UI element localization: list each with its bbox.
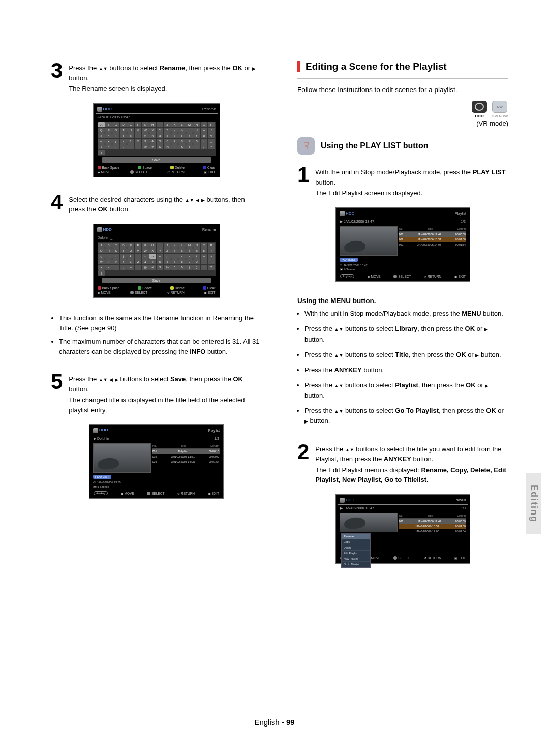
media-badges: HDD DVD-RW <box>297 101 508 118</box>
remote-button-icon: ☟ <box>297 137 315 155</box>
osd-edit-playlist: HDD Playlist ▶ JAN/02/2006 13:47 1/3 PLA… <box>336 207 470 282</box>
step-number: 3 <box>51 61 63 95</box>
left-arrow-icon <box>109 375 113 383</box>
hdd-icon <box>472 101 487 113</box>
step-3: 3 Press the buttons to select Rename, th… <box>51 61 262 95</box>
disk-icon <box>97 107 102 112</box>
osd-edit-playlist-menu: HDD Playlist ▶ JAN/02/2006 13:47 1/3 Ren… <box>336 494 470 564</box>
step-text: Select the desired characters using the … <box>69 193 262 216</box>
disk-icon <box>340 498 345 503</box>
step-5: 5 Press the buttons to select Save, then… <box>51 372 262 416</box>
menu-bullet-list: With the unit in Stop mode/Playback mode… <box>297 309 508 426</box>
step-number: 1 <box>297 165 309 199</box>
down-arrow-icon <box>103 375 108 383</box>
right-arrow-icon <box>201 196 205 203</box>
disk-icon <box>93 428 98 433</box>
right-arrow-icon <box>115 375 118 383</box>
section-heading: Editing a Scene for the Playlist <box>297 61 508 72</box>
playlist-thumbnail <box>340 226 398 256</box>
step-number: 5 <box>51 372 63 416</box>
step-number: 2 <box>297 442 309 486</box>
page-footer: English - 99 <box>0 718 549 727</box>
using-playlist-heading: ☟ Using the PLAY LIST button <box>297 137 508 155</box>
menu-subheading: Using the MENU button. <box>297 297 508 305</box>
playlist-thumbnail <box>340 513 398 532</box>
left-arrow-icon <box>196 196 199 203</box>
up-arrow-icon <box>185 196 190 203</box>
disk-icon <box>97 227 102 232</box>
note-list: This function is the same as the Rename … <box>51 313 262 357</box>
osd-rename-dolphin: HDD Rename Dolphin _ ABCDEFGHIJKLMNOPQRS… <box>93 224 220 298</box>
step-text: Press the buttons to select Save, then p… <box>69 372 262 416</box>
right-step-2: 2 Press the buttons to select the title … <box>297 442 508 486</box>
disk-icon <box>340 211 345 216</box>
up-arrow-icon <box>99 64 103 72</box>
right-step-1: 1 With the unit in Stop mode/Playback mo… <box>297 165 508 199</box>
section-intro: Follow these instructions to edit scenes… <box>297 86 508 94</box>
heading-accent <box>297 61 300 72</box>
osd-rename-a: HDD Rename JAN/ 01/ 2006 13:47 ABCDEFGHI… <box>93 103 220 177</box>
step-number: 4 <box>51 193 63 216</box>
dvd-rw-icon <box>492 101 507 113</box>
play-arrow-icon <box>252 64 256 72</box>
step-text: Press the buttons to select the title yo… <box>315 442 508 486</box>
context-menu: Rename Copy Delete Edit Playlist New Pla… <box>341 533 371 568</box>
osd-playlist-renamed: HDD Playlist ▶ Dolphin 1/3 PLAYLIST ⏱ JA… <box>89 424 224 499</box>
section-tab: Editing <box>526 473 541 534</box>
down-arrow-icon <box>103 64 108 72</box>
step-4: 4 Select the desired characters using th… <box>51 193 262 216</box>
vr-mode-label: (VR mode) <box>297 119 508 127</box>
up-arrow-icon <box>99 375 103 383</box>
step-text: Press the buttons to select Rename, then… <box>69 61 262 95</box>
step-text: With the unit in Stop mode/Playback mode… <box>315 165 508 199</box>
playlist-thumbnail <box>93 443 151 473</box>
down-arrow-icon <box>190 196 194 203</box>
